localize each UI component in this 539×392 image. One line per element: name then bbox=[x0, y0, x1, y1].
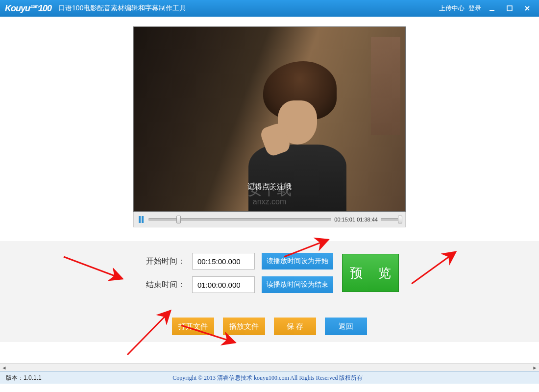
save-button[interactable]: 保 存 bbox=[274, 318, 316, 335]
play-file-button[interactable]: 播放文件 bbox=[223, 318, 265, 335]
volume-thumb[interactable] bbox=[398, 216, 402, 223]
title-bar: Kouyu.com100 口语100电影配音素材编辑和字幕制作工具 上传中心 登… bbox=[0, 0, 539, 17]
maximize-button[interactable] bbox=[503, 3, 516, 13]
version-label: 版本：1.0.1.1 bbox=[6, 374, 42, 382]
return-button[interactable]: 返回 bbox=[325, 318, 367, 335]
set-start-button[interactable]: 读播放时间设为开始 bbox=[262, 253, 333, 270]
close-button[interactable] bbox=[520, 3, 534, 13]
svg-rect-3 bbox=[142, 216, 144, 223]
status-bar: 版本：1.0.1.1 Copyright © 2013 清睿信息技术 kouyu… bbox=[0, 371, 539, 384]
login-link[interactable]: 登录 bbox=[468, 4, 481, 13]
svg-rect-1 bbox=[507, 6, 512, 11]
svg-rect-0 bbox=[490, 10, 494, 11]
copyright-text: Copyright © 2013 清睿信息技术 kouyu100.com All… bbox=[172, 374, 363, 382]
video-panel: 记得点关注哦 安下载 anxz.com 00:15:01 01:38:44 bbox=[133, 26, 406, 227]
time-edit-panel: 开始时间： 读播放时间设为开始 结束时间： 读播放时间设为结束 预 览 打开文件… bbox=[0, 241, 539, 342]
minimize-button[interactable] bbox=[485, 3, 499, 13]
pause-button[interactable] bbox=[137, 215, 146, 224]
upload-center-link[interactable]: 上传中心 bbox=[439, 4, 465, 13]
start-time-label: 开始时间： bbox=[140, 256, 185, 267]
start-time-input[interactable] bbox=[192, 253, 255, 270]
open-file-button[interactable]: 打开文件 bbox=[172, 318, 214, 335]
scroll-left-icon[interactable]: ◄ bbox=[0, 364, 8, 372]
scroll-right-icon[interactable]: ► bbox=[531, 364, 539, 372]
seek-slider[interactable] bbox=[148, 218, 331, 221]
action-buttons: 打开文件 播放文件 保 存 返回 bbox=[0, 318, 539, 335]
video-subtitle: 记得点关注哦 bbox=[247, 182, 292, 192]
app-title: 口语100电影配音素材编辑和字幕制作工具 bbox=[58, 4, 186, 13]
player-controls: 00:15:01 01:38:44 bbox=[133, 212, 406, 227]
end-time-input[interactable] bbox=[192, 276, 255, 293]
horizontal-scrollbar[interactable]: ◄ ► bbox=[0, 363, 539, 371]
preview-button[interactable]: 预 览 bbox=[342, 254, 399, 292]
volume-slider[interactable] bbox=[381, 218, 402, 221]
end-time-label: 结束时间： bbox=[140, 280, 185, 290]
set-end-button[interactable]: 读播放时间设为结束 bbox=[262, 276, 333, 293]
app-logo: Kouyu.com100 bbox=[5, 3, 51, 14]
seek-thumb[interactable] bbox=[176, 216, 181, 223]
video-display[interactable]: 记得点关注哦 安下载 anxz.com bbox=[133, 26, 406, 212]
main-content: 记得点关注哦 安下载 anxz.com 00:15:01 01:38:44 bbox=[0, 17, 539, 371]
time-display: 00:15:01 01:38:44 bbox=[334, 217, 378, 222]
svg-rect-2 bbox=[139, 216, 141, 223]
